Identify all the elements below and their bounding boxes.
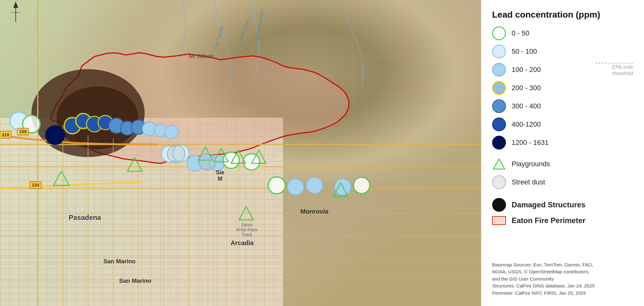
legend-item-50-100: 50 - 100 xyxy=(492,45,633,58)
legend-panel: Lead concentration (ppm) 0 - 50 50 - 100… xyxy=(481,0,644,306)
legend-label-400-1200: 400-1200 xyxy=(512,120,541,128)
epa-label: EPA soilsthreshold xyxy=(612,64,633,76)
legend-item-0-50: 0 - 50 xyxy=(492,26,633,40)
legend-item-street-dust: Street dust xyxy=(492,175,633,189)
legend-label-street-dust: Street dust xyxy=(512,178,545,186)
legend-circle-50-100 xyxy=(492,45,506,58)
legend-item-fire-perimeter: Eaton Fire Perimeter xyxy=(492,216,633,225)
svg-marker-80 xyxy=(493,159,505,169)
legend-item-100-200: 100 - 200 EPA soilsthreshold xyxy=(492,63,633,77)
street-dust-icon xyxy=(492,175,506,189)
legend-item-300-400: 300 - 400 xyxy=(492,99,633,113)
fire-perimeter-icon xyxy=(492,216,506,225)
legend-circle-300-400 xyxy=(492,99,506,113)
legend-label-playgrounds: Playgrounds xyxy=(512,160,550,168)
legend-label-100-200: 100 - 200 xyxy=(512,66,541,74)
legend-item-1200-1631: 1200 - 1631 xyxy=(492,136,633,150)
legend-label-damaged-structures: Damaged Structures xyxy=(512,200,586,209)
legend-circle-200-300 xyxy=(492,81,506,95)
damaged-structures-icon xyxy=(492,198,506,212)
map-grid xyxy=(0,0,481,306)
basemap-sources: Basemap Sources: Esri, TomTom, Garmin, F… xyxy=(492,262,595,296)
legend-label-1200-1631: 1200 - 1631 xyxy=(512,139,548,147)
map-area: Pasadena Monrovia Arcadia San Marino Mt … xyxy=(0,0,481,306)
sources-text: Basemap Sources: Esri, TomTom, Garmin, F… xyxy=(492,261,633,297)
legend-label-0-50: 0 - 50 xyxy=(512,29,529,37)
legend-circle-1200-1631 xyxy=(492,136,506,150)
legend-label-50-100: 50 - 100 xyxy=(512,47,537,56)
legend-item-playgrounds: Playgrounds xyxy=(492,157,633,171)
legend-label-200-300: 200 - 300 xyxy=(512,84,541,92)
legend-circle-0-50 xyxy=(492,26,506,40)
legend-label-300-400: 300 - 400 xyxy=(512,102,541,110)
legend-label-fire-perimeter: Eaton Fire Perimeter xyxy=(512,216,586,225)
legend-title: Lead concentration (ppm) xyxy=(492,9,633,20)
legend-item-400-1200: 400-1200 xyxy=(492,117,633,131)
triangle-icon xyxy=(492,157,506,171)
legend-circle-400-1200 xyxy=(492,117,506,131)
legend-item-damaged-structures: Damaged Structures xyxy=(492,198,633,212)
legend-item-200-300: 200 - 300 xyxy=(492,81,633,95)
legend-circle-100-200 xyxy=(492,63,506,77)
epa-threshold-line xyxy=(595,63,633,63)
